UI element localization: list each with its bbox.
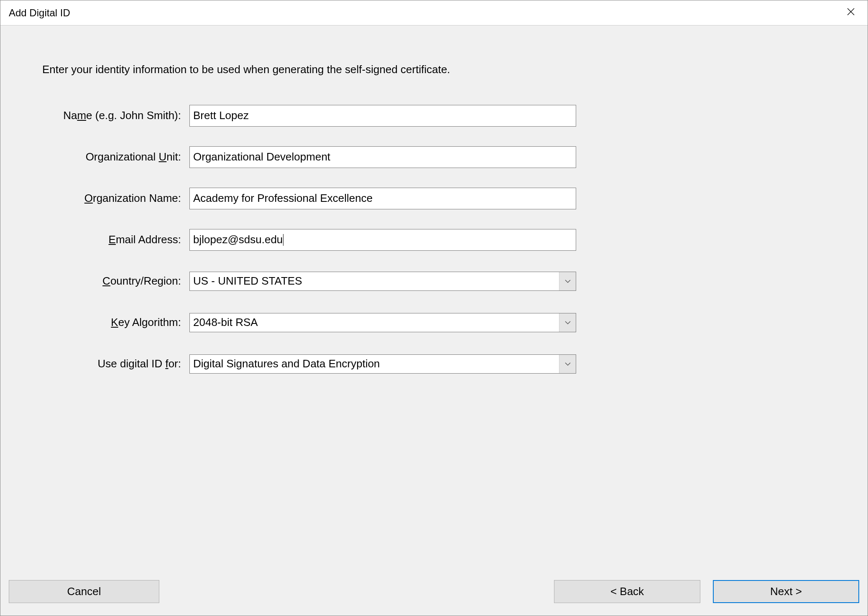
next-button[interactable]: Next >	[713, 580, 859, 603]
back-button[interactable]: < Back	[554, 580, 700, 603]
close-icon	[847, 8, 855, 18]
org-unit-label: Organizational Unit:	[42, 150, 189, 163]
close-button[interactable]	[842, 5, 859, 21]
org-unit-input[interactable]	[189, 146, 576, 168]
instruction-text: Enter your identity information to be us…	[42, 63, 826, 76]
email-label: Email Address:	[42, 233, 189, 246]
org-unit-row: Organizational Unit:	[42, 136, 826, 178]
titlebar: Add Digital ID	[0, 0, 868, 25]
org-name-label: Organization Name:	[42, 192, 189, 205]
chevron-down-icon	[559, 272, 576, 290]
country-select[interactable]: US - UNITED STATES	[189, 272, 576, 291]
name-label: Name (e.g. John Smith):	[42, 109, 189, 122]
org-name-row: Organization Name:	[42, 178, 826, 219]
key-algorithm-row: Key Algorithm: 2048-bit RSA	[42, 302, 826, 343]
chevron-down-icon	[559, 313, 576, 332]
name-input[interactable]	[189, 105, 576, 127]
key-algorithm-label: Key Algorithm:	[42, 316, 189, 329]
use-for-label: Use digital ID for:	[42, 357, 189, 370]
org-name-input[interactable]	[189, 188, 576, 209]
use-for-row: Use digital ID for: Digital Signatures a…	[42, 343, 826, 384]
chevron-down-icon	[559, 355, 576, 373]
country-row: Country/Region: US - UNITED STATES	[42, 260, 826, 302]
add-digital-id-window: Add Digital ID Enter your identity infor…	[0, 0, 868, 616]
window-title: Add Digital ID	[9, 7, 70, 19]
use-for-select[interactable]: Digital Signatures and Data Encryption	[189, 354, 576, 374]
identity-form: Name (e.g. John Smith): Organizational U…	[42, 95, 826, 384]
cancel-button[interactable]: Cancel	[9, 580, 159, 603]
country-label: Country/Region:	[42, 275, 189, 288]
content-area: Enter your identity information to be us…	[0, 25, 868, 580]
button-bar: Cancel < Back Next >	[0, 580, 868, 616]
key-algorithm-select[interactable]: 2048-bit RSA	[189, 313, 576, 332]
name-row: Name (e.g. John Smith):	[42, 95, 826, 136]
email-input[interactable]: bjlopez@sdsu.edu	[189, 229, 576, 251]
email-row: Email Address: bjlopez@sdsu.edu	[42, 219, 826, 260]
text-caret	[283, 234, 283, 246]
